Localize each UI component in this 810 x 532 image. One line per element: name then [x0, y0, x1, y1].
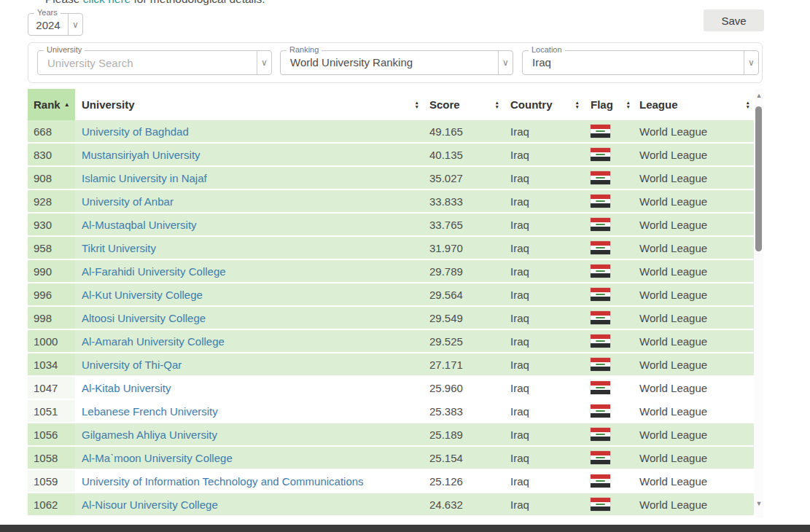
university-link[interactable]: Altoosi University College: [82, 312, 206, 324]
university-link[interactable]: Gilgamesh Ahliya University: [82, 429, 217, 441]
university-link[interactable]: University of Baghdad: [82, 125, 189, 138]
university-link[interactable]: Mustansiriyah University: [82, 149, 200, 161]
score-cell: 25.189: [423, 423, 503, 447]
scroll-down-arrow-icon[interactable]: ▼: [755, 500, 763, 507]
methodology-note: Please click here for methodological det…: [45, 0, 265, 6]
country-cell: Iraq: [503, 423, 583, 447]
score-cell: 25.960: [423, 377, 503, 400]
flag-cell: [583, 190, 634, 214]
iraq-flag-icon: [591, 218, 610, 231]
score-cell: 29.549: [423, 307, 503, 330]
university-link[interactable]: Al-Mustaqbal University: [82, 219, 197, 231]
flag-cell: [583, 400, 634, 423]
flag-cell: [583, 470, 634, 493]
university-link[interactable]: Al-Amarah University College: [82, 335, 225, 348]
score-cell: 33.833: [423, 190, 503, 214]
scroll-up-arrow-icon[interactable]: ▲: [755, 92, 763, 99]
scrollbar-thumb[interactable]: [755, 106, 762, 251]
column-header-country[interactable]: Country ▲▼: [503, 89, 583, 120]
flag-cell: [583, 144, 634, 167]
university-cell: University of Thi-Qar: [75, 353, 423, 377]
university-search-input[interactable]: [38, 51, 257, 74]
table-row: 1051 Lebanese French University 25.383 I…: [28, 400, 754, 423]
university-link[interactable]: Al-Nisour University College: [82, 498, 218, 511]
university-link[interactable]: Al-Farahidi University College: [82, 265, 226, 278]
years-select[interactable]: Years 2024 ∨: [28, 13, 83, 36]
table-scrollbar[interactable]: ▲ ▼: [755, 89, 763, 517]
rank-cell: 1051: [28, 400, 75, 423]
ranking-select[interactable]: Ranking World University Ranking ∨: [280, 50, 513, 75]
university-link[interactable]: University of Information Technology and…: [82, 475, 364, 488]
university-link[interactable]: Islamic University in Najaf: [82, 172, 207, 184]
flag-cell: [583, 330, 634, 353]
iraq-flag-icon: [591, 474, 610, 488]
column-header-university[interactable]: University ▲▼: [75, 89, 423, 120]
university-link[interactable]: University of Anbar: [82, 195, 174, 208]
country-cell: Iraq: [503, 283, 583, 307]
university-link[interactable]: Lebanese French University: [82, 405, 218, 418]
location-select[interactable]: Location Iraq ∨: [522, 50, 759, 75]
sort-icon: ▲▼: [746, 101, 750, 109]
rank-cell: 958: [28, 237, 75, 260]
iraq-flag-icon: [591, 148, 610, 161]
chevron-down-icon: ∨: [744, 51, 758, 74]
score-cell: 25.126: [423, 470, 503, 493]
score-cell: 33.765: [423, 214, 503, 237]
rank-cell: 668: [28, 120, 75, 144]
column-header-flag[interactable]: Flag ▲▼: [583, 89, 634, 120]
university-link[interactable]: Al-Kut University College: [82, 289, 203, 301]
country-cell: Iraq: [503, 237, 583, 260]
rank-cell: 1058: [28, 447, 75, 470]
university-cell: Al-Mustaqbal University: [75, 214, 423, 237]
country-cell: Iraq: [503, 144, 583, 167]
table-row: 998 Altoosi University College 29.549 Ir…: [28, 307, 754, 330]
league-cell: World League: [634, 260, 754, 283]
column-header-university-label: University: [82, 98, 135, 111]
score-cell: 31.970: [423, 237, 503, 260]
university-cell: Tikrit University: [75, 237, 423, 260]
league-cell: World League: [634, 330, 754, 353]
league-cell: World League: [634, 237, 754, 260]
league-cell: World League: [634, 470, 754, 493]
column-header-league[interactable]: League ▲▼: [634, 89, 754, 120]
university-link[interactable]: Al-Kitab University: [82, 382, 171, 394]
league-cell: World League: [634, 167, 754, 190]
methodology-link[interactable]: click here: [83, 0, 131, 5]
university-cell: Lebanese French University: [75, 400, 423, 423]
score-cell: 35.027: [423, 167, 503, 190]
university-cell: Al-Ma`moon University College: [75, 447, 423, 470]
flag-cell: [583, 283, 634, 307]
country-cell: Iraq: [503, 167, 583, 190]
table-row: 928 University of Anbar 33.833 Iraq Worl…: [28, 190, 754, 214]
table-row: 990 Al-Farahidi University College 29.78…: [28, 260, 754, 283]
rank-cell: 930: [28, 214, 75, 237]
flag-cell: [583, 423, 634, 447]
university-link[interactable]: University of Thi-Qar: [82, 359, 182, 371]
university-link[interactable]: Tikrit University: [82, 242, 156, 254]
rank-cell: 998: [28, 307, 75, 330]
country-cell: Iraq: [503, 447, 583, 470]
ranking-select-label: Ranking: [287, 45, 322, 54]
column-header-rank[interactable]: Rank ▲: [28, 89, 75, 120]
save-button[interactable]: Save: [704, 9, 764, 31]
league-cell: World League: [634, 423, 754, 447]
flag-cell: [583, 237, 634, 260]
table-row: 1034 University of Thi-Qar 27.171 Iraq W…: [28, 353, 754, 377]
column-header-score[interactable]: Score ▲▼: [423, 89, 503, 120]
chevron-down-icon: ∨: [257, 51, 271, 74]
score-cell: 29.564: [423, 283, 503, 307]
country-cell: Iraq: [503, 260, 583, 283]
university-search[interactable]: University ∨: [37, 50, 272, 75]
column-header-league-label: League: [639, 98, 678, 111]
score-cell: 29.525: [423, 330, 503, 353]
country-cell: Iraq: [503, 330, 583, 353]
score-cell: 25.383: [423, 400, 503, 423]
iraq-flag-icon: [591, 358, 610, 371]
score-cell: 25.154: [423, 447, 503, 470]
university-link[interactable]: Al-Ma`moon University College: [82, 452, 233, 464]
table-row: 908 Islamic University in Najaf 35.027 I…: [28, 167, 754, 190]
column-header-flag-label: Flag: [591, 98, 613, 111]
rank-cell: 1056: [28, 423, 75, 447]
chevron-down-icon: ∨: [68, 14, 82, 35]
university-search-label: University: [44, 45, 85, 54]
